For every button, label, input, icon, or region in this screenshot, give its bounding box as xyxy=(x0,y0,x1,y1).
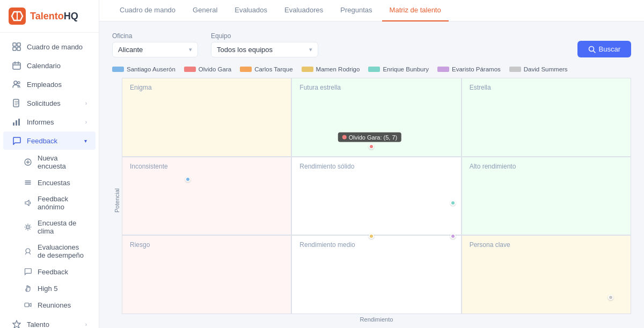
cell-label-enigma: Enigma xyxy=(130,84,152,91)
sidebar-sub-feedback[interactable]: Feedback xyxy=(3,264,96,280)
award-icon xyxy=(24,247,32,256)
legend-label-6: David Summers xyxy=(524,66,568,72)
sidebar-item-empleados-label: Empleados xyxy=(27,81,62,89)
oficina-chevron-icon: ▾ xyxy=(189,46,192,53)
sidebar-item-talento[interactable]: Talento › xyxy=(3,315,96,328)
sidebar-sub-high5[interactable]: High 5 xyxy=(3,280,96,296)
matrix-cell-riesgo: Riesgo xyxy=(122,235,291,314)
sidebar-item-informes-label: Informes xyxy=(27,118,54,126)
svg-rect-26 xyxy=(25,303,29,307)
hand-icon xyxy=(24,284,32,293)
sidebar-sub-evaluaciones[interactable]: Evaluaciones de desempeño xyxy=(3,239,96,263)
sidebar-item-solicitudes-label: Solicitudes xyxy=(27,99,61,107)
sidebar-item-solicitudes[interactable]: Solicitudes › xyxy=(3,94,96,112)
sidebar-item-calendario[interactable]: Calendario xyxy=(3,56,96,75)
logo: TalentoHQ xyxy=(0,0,99,33)
page-content: Oficina Alicante ▾ Equipo Todos los equi… xyxy=(99,21,644,328)
talento-chevron-icon: › xyxy=(85,322,87,327)
tab-evaluadores[interactable]: Evaluadores xyxy=(277,0,331,21)
grid-icon xyxy=(12,42,21,52)
data-dot xyxy=(608,295,613,300)
sidebar-sub-nueva-encuesta[interactable]: Nueva encuesta xyxy=(3,150,96,174)
sidebar-item-informes[interactable]: Informes › xyxy=(3,113,96,131)
sidebar-sub-encuestas[interactable]: Encuestas xyxy=(3,174,96,191)
tab-bar: Cuadro de mando General Evaluados Evalua… xyxy=(99,0,644,21)
svg-point-24 xyxy=(27,226,30,229)
equipo-chevron-icon: ▾ xyxy=(309,46,312,53)
evaluaciones-label: Evaluaciones de desempeño xyxy=(38,243,87,259)
legend-label-2: Carlos Tarque xyxy=(254,66,292,72)
tab-preguntas[interactable]: Preguntas xyxy=(333,0,379,21)
matrix-cell-alto-rendimiento: Alto rendimiento xyxy=(462,157,631,236)
sidebar-sub-feedback-anonimo[interactable]: Feedback anónimo xyxy=(3,191,96,215)
axis-y-label: Potencial xyxy=(112,78,122,323)
matrix-grid: EnigmaFutura estrellaEstrellaInconsisten… xyxy=(122,78,631,314)
legend-dot-5 xyxy=(437,67,449,72)
sidebar-item-cuadro-mando[interactable]: Cuadro de mando xyxy=(3,38,96,56)
legend-label-4: Enrique Bunbury xyxy=(383,66,429,72)
equipo-select[interactable]: Todos los equipos ▾ xyxy=(211,42,318,57)
legend-item-2: Carlos Tarque xyxy=(240,66,292,72)
legend-dot-0 xyxy=(112,67,124,72)
cell-label-futura-estrella: Futura estrella xyxy=(299,84,341,91)
talent-matrix: Potencial EnigmaFutura estrellaEstrellaI… xyxy=(112,78,631,323)
matrix-grid-wrapper: EnigmaFutura estrellaEstrellaInconsisten… xyxy=(122,78,631,323)
matrix-cell-rendimiento-solido: Rendimiento sólido xyxy=(291,157,461,236)
data-dot xyxy=(369,234,374,239)
legend-dot-1 xyxy=(184,67,196,72)
legend-item-5: Evaristo Páramos xyxy=(437,66,501,72)
equipo-value: Todos los equipos xyxy=(217,46,273,54)
video-icon xyxy=(24,301,32,309)
matrix-cell-persona-clave: Persona clave xyxy=(462,235,631,314)
file-icon xyxy=(12,98,21,108)
tab-cuadro-mando[interactable]: Cuadro de mando xyxy=(112,0,183,21)
matrix-cell-enigma: Enigma xyxy=(122,78,291,157)
sidebar-item-empleados[interactable]: Empleados xyxy=(3,75,96,93)
data-dot xyxy=(450,234,456,239)
svg-marker-27 xyxy=(13,320,20,328)
tab-matriz-talento[interactable]: Matriz de talento xyxy=(382,0,449,21)
data-dot: Olvido Gara: (5, 7) xyxy=(369,144,374,149)
nueva-encuesta-label: Nueva encuesta xyxy=(38,154,87,170)
svg-point-25 xyxy=(26,249,30,253)
matrix-cell-rendimiento-medio: Rendimiento medio xyxy=(291,235,461,314)
legend-item-0: Santiago Auserón xyxy=(112,66,175,72)
gear-icon xyxy=(24,223,32,231)
svg-rect-7 xyxy=(13,63,20,69)
legend-item-4: Enrique Bunbury xyxy=(368,66,429,72)
reuniones-label: Reuniones xyxy=(38,301,71,309)
oficina-select[interactable]: Alicante ▾ xyxy=(112,42,198,57)
cell-label-rendimiento-solido: Rendimiento sólido xyxy=(299,163,354,170)
buscar-button[interactable]: Buscar xyxy=(577,41,631,57)
cell-label-rendimiento-medio: Rendimiento medio xyxy=(299,241,355,249)
legend-label-0: Santiago Auserón xyxy=(127,66,175,72)
oficina-value: Alicante xyxy=(118,46,143,54)
speaker-icon xyxy=(24,199,32,207)
tab-evaluados[interactable]: Evaluados xyxy=(227,0,275,21)
logo-text: TalentoHQ xyxy=(30,11,78,22)
cell-label-riesgo: Riesgo xyxy=(130,241,150,249)
svg-rect-16 xyxy=(18,119,20,126)
svg-rect-4 xyxy=(17,43,20,46)
legend-dot-2 xyxy=(240,67,252,72)
cell-label-estrella: Estrella xyxy=(470,84,491,91)
sidebar-nav: Cuadro de mando Calendario Empleados Sol… xyxy=(0,33,99,328)
oficina-label: Oficina xyxy=(112,32,198,40)
sidebar-item-feedback[interactable]: Feedback ▾ xyxy=(3,132,96,150)
legend-item-6: David Summers xyxy=(509,66,568,72)
filters-row: Oficina Alicante ▾ Equipo Todos los equi… xyxy=(112,32,631,57)
feedback-sub-label: Feedback xyxy=(38,268,68,276)
data-dot xyxy=(450,200,456,206)
tab-general[interactable]: General xyxy=(185,0,225,21)
list-icon xyxy=(24,178,32,187)
sidebar-item-cuadro-mando-label: Cuadro de mando xyxy=(27,43,83,51)
sidebar-sub-encuesta-clima[interactable]: Encuesta de clima xyxy=(3,215,96,239)
svg-point-11 xyxy=(14,81,17,84)
legend-item-3: Mamen Rodrigo xyxy=(302,66,360,72)
chat-sm-icon xyxy=(24,267,32,276)
calendar-icon xyxy=(12,61,21,70)
sidebar-sub-reuniones[interactable]: Reuniones xyxy=(3,297,96,313)
sidebar: TalentoHQ Cuadro de mando Calendario Emp… xyxy=(0,0,99,328)
equipo-filter-group: Equipo Todos los equipos ▾ xyxy=(211,32,318,57)
buscar-label: Buscar xyxy=(599,45,620,53)
